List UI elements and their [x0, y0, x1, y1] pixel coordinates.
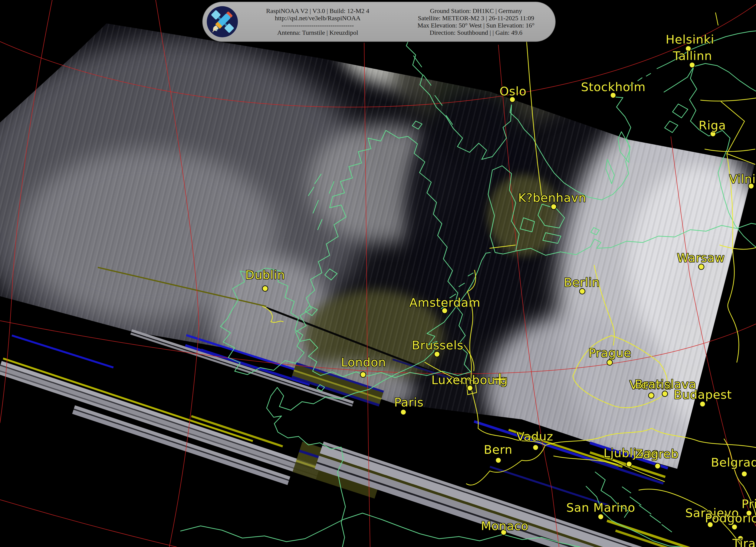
- city-label-vaduz: Vaduz: [516, 431, 553, 442]
- city-label-tirana: Tirana: [732, 537, 756, 547]
- plus-marker: +: [492, 369, 507, 388]
- banner-direction-gain: Direction: Southbound | | Gain: 49.6: [397, 29, 555, 36]
- city-dot-prague: [607, 360, 613, 366]
- banner-separator: ----------------------------------: [239, 22, 397, 29]
- city-label-berlin: Berlin: [564, 277, 600, 288]
- city-label-pristina: Pristina: [742, 498, 756, 510]
- city-label-monaco: Monaco: [481, 520, 528, 532]
- city-label-san-marino: San Marino: [566, 502, 635, 514]
- city-dot-vaduz: [533, 445, 539, 451]
- city-label-warsaw: Warsaw: [677, 252, 725, 264]
- banner-antenna: Antenna: Turnstile | Kreuzdipol: [239, 29, 397, 36]
- city-label-prague: Prague: [588, 347, 631, 359]
- banner-satellite-pass: Satellite: METEOR-M2 3 | 26-11-2025 11:0…: [397, 14, 555, 22]
- city-dot-ljubljana: [626, 461, 632, 467]
- city-label-amsterdam: Amsterdam: [409, 297, 480, 309]
- city-label-vilnius: Vilnius: [729, 173, 756, 185]
- city-dot-tallinn: [689, 62, 695, 68]
- banner-right-column: Ground Station: DH1KC | Germany Satellit…: [397, 7, 555, 36]
- satellite-map-canvas: HelsinkiTallinnStockholmOsloRigaVilniusK…: [0, 0, 756, 547]
- city-dot-pristina: [746, 510, 752, 516]
- city-dot-dublin: [262, 286, 268, 292]
- city-label-zagreb: Zagreb: [635, 448, 679, 460]
- banner-ground-station: Ground Station: DH1KC | Germany: [397, 7, 555, 14]
- city-label-bern: Bern: [484, 444, 512, 456]
- city-label-riga: Riga: [699, 119, 726, 131]
- city-dot-zagreb: [655, 463, 661, 469]
- city-label-belgrade: Belgrade: [711, 456, 756, 468]
- banner-left-column: RaspiNOAA V2 | V3.0 | Build: 12-M2 4 htt…: [239, 7, 397, 36]
- city-label-london: London: [341, 356, 386, 368]
- city-label-paris: Paris: [394, 396, 424, 408]
- banner-app-version: RaspiNOAA V2 | V3.0 | Build: 12-M2 4: [239, 7, 397, 14]
- city-dot-belgrade: [741, 471, 747, 477]
- city-dot-london: [360, 372, 366, 378]
- city-label-budapest: Budapest: [674, 389, 732, 401]
- city-dot-bern: [495, 457, 502, 464]
- city-label-k-benhavn: K?benhavn: [518, 192, 586, 204]
- city-label-helsinki: Helsinki: [666, 33, 714, 45]
- city-label-brussels: Brussels: [412, 339, 463, 351]
- raspinoaa-logo-icon: [206, 6, 239, 38]
- city-dot-bratislava: [662, 391, 668, 397]
- city-dot-paris: [400, 409, 407, 415]
- banner-elevation: Max Elevation: 50° West | Sun Elevation:…: [397, 22, 555, 29]
- city-label-oslo: Oslo: [499, 85, 526, 97]
- city-label-tallinn: Tallinn: [673, 50, 712, 62]
- city-dot-budapest: [700, 401, 706, 407]
- city-dot-vienna: [648, 393, 654, 399]
- banner-url: http://qsl.net/ve3elb/RaspiNOAA: [239, 14, 397, 22]
- city-dot-san-marino: [598, 514, 604, 520]
- city-label-dublin: Dublin: [245, 269, 285, 281]
- info-banner: RaspiNOAA V2 | V3.0 | Build: 12-M2 4 htt…: [202, 2, 556, 42]
- city-label-stockholm: Stockholm: [581, 81, 646, 93]
